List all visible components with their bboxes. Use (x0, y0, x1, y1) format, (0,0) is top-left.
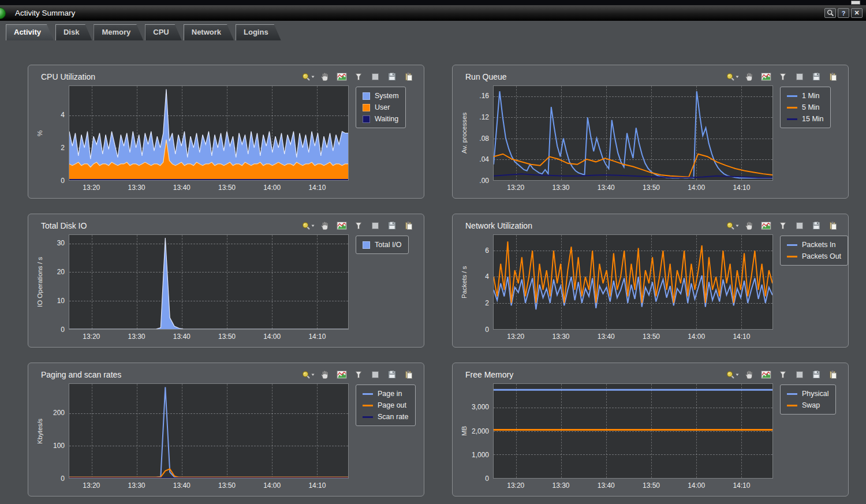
legend-item: Scan rate (363, 413, 409, 421)
paste-button[interactable] (402, 221, 416, 231)
square-button[interactable] (368, 72, 382, 82)
tab-activity[interactable]: Activity (6, 24, 54, 40)
chart-button[interactable] (335, 221, 349, 231)
tab-disk[interactable]: Disk (55, 24, 92, 40)
zoom-button[interactable] (726, 221, 740, 231)
y-tick-label: 2 (61, 144, 65, 152)
tab-cpu[interactable]: CPU (145, 24, 181, 40)
save-button[interactable] (385, 72, 399, 82)
chart-area: % 024 13:2013:3013:4013:5014:0014:10 Sys… (35, 85, 418, 193)
help-button[interactable]: ? (838, 8, 849, 18)
zoom-button[interactable] (726, 72, 740, 82)
square-button[interactable] (793, 221, 807, 231)
filter-button[interactable] (352, 221, 365, 231)
zoom-icon (726, 370, 740, 379)
legend-item: 5 Min (787, 103, 824, 111)
x-tick-label: 13:30 (128, 333, 145, 341)
zoom-button[interactable] (301, 369, 315, 380)
x-tick-label: 13:20 (83, 481, 100, 490)
chart-button[interactable] (335, 72, 349, 82)
chart-plot[interactable] (493, 383, 773, 479)
paste-button[interactable] (826, 72, 840, 82)
paste-button[interactable] (402, 369, 416, 380)
y-tick-label: .08 (479, 135, 489, 143)
panel-title: Free Memory (465, 370, 513, 379)
tab-memory[interactable]: Memory (94, 24, 143, 40)
area-chart-icon (761, 72, 771, 81)
paste-button[interactable] (826, 369, 840, 380)
save-button[interactable] (385, 221, 399, 231)
series-15-min (494, 174, 772, 177)
square-button[interactable] (368, 369, 382, 380)
save-button[interactable] (385, 369, 399, 380)
tab-network[interactable]: Network (184, 24, 234, 40)
save-button[interactable] (809, 221, 823, 231)
legend-item: 15 Min (787, 115, 824, 123)
x-tick-label: 14:00 (263, 333, 281, 341)
chart-button[interactable] (759, 72, 773, 82)
paste-button[interactable] (402, 72, 416, 82)
caret-down-icon (736, 225, 739, 227)
chart-plot[interactable] (493, 85, 773, 181)
panel-toolbar (301, 72, 418, 82)
chart-button[interactable] (759, 369, 773, 380)
legend-item: User (363, 103, 399, 111)
paste-icon (828, 370, 838, 379)
filter-button[interactable] (776, 369, 790, 380)
pan-button[interactable] (318, 221, 332, 231)
chart-area: MB 01,0002,0003,000 13:2013:3013:4013:50… (460, 383, 842, 491)
filter-button[interactable] (776, 72, 790, 82)
pan-button[interactable] (742, 369, 756, 380)
chart-plot[interactable] (69, 383, 349, 479)
paste-icon (404, 370, 413, 379)
save-button[interactable] (809, 72, 823, 82)
legend-item: 1 Min (787, 92, 824, 100)
chart-button[interactable] (759, 221, 773, 231)
filter-button[interactable] (352, 369, 365, 380)
content-area: CPU Utilization % 024 13:2013:3013:4013:… (0, 40, 866, 496)
chart-button[interactable] (335, 369, 349, 380)
filter-button[interactable] (776, 221, 790, 231)
zoom-window-button[interactable] (824, 8, 836, 18)
zoom-button[interactable] (726, 369, 740, 380)
pan-button[interactable] (318, 369, 332, 380)
save-button[interactable] (809, 369, 823, 380)
pan-button[interactable] (318, 72, 332, 82)
square-button[interactable] (368, 221, 382, 231)
legend-label: Swap (802, 401, 820, 409)
chart-legend: 1 Min5 Min15 Min (780, 87, 831, 128)
pan-button[interactable] (742, 72, 756, 82)
x-axis-ticks: 13:2013:3013:4013:5014:0014:10 (69, 330, 349, 342)
tab-logins[interactable]: Logins (236, 24, 281, 40)
chart-panel: Free Memory MB 01,0002,0003,000 13:2013:… (452, 363, 849, 496)
zoom-button[interactable] (301, 221, 315, 231)
legend-swatch (363, 405, 373, 406)
legend-swatch (363, 416, 373, 418)
zoom-icon (301, 370, 315, 379)
paste-button[interactable] (826, 221, 840, 231)
legend-container: SystemUserWaiting (349, 85, 418, 193)
legend-label: System (375, 92, 399, 100)
panel-grid: CPU Utilization % 024 13:2013:3013:4013:… (28, 65, 849, 496)
legend-label: 5 Min (802, 103, 820, 111)
filter-button[interactable] (352, 72, 365, 82)
square-button[interactable] (793, 369, 807, 380)
tab-label: Network (192, 28, 221, 36)
y-tick-label: 4 (485, 272, 489, 281)
y-tick-label: 0 (61, 475, 65, 483)
legend-item: Packets In (787, 241, 841, 249)
square-button[interactable] (793, 72, 807, 82)
y-tick-label: 200 (53, 409, 65, 417)
chart-area: Packets / s 0246 13:2013:3013:4013:5014:… (460, 234, 842, 342)
legend-container: Page inPage outScan rate (349, 383, 418, 491)
chart-plot[interactable] (69, 234, 349, 330)
close-button[interactable]: ✕ (851, 8, 863, 18)
zoom-button[interactable] (301, 72, 315, 82)
chart-plot[interactable] (493, 234, 773, 330)
tab-label: Memory (102, 28, 130, 36)
pan-button[interactable] (742, 221, 756, 231)
filter-icon (778, 370, 787, 379)
panel-header: Run Queue (460, 68, 842, 85)
chart-plot[interactable] (69, 85, 349, 181)
y-axis-label: Kbytes/s (35, 383, 44, 479)
